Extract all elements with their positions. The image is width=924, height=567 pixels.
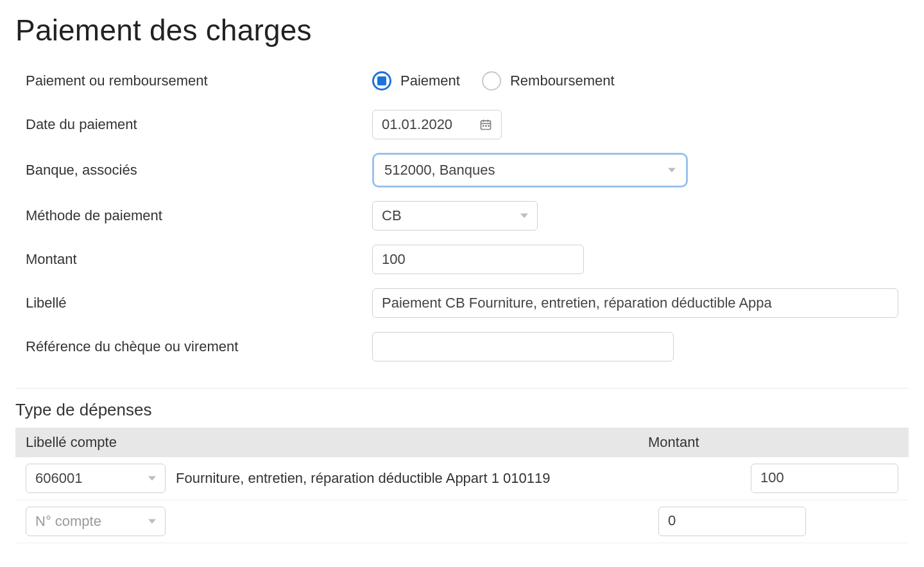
chevron-down-icon bbox=[148, 475, 156, 482]
svg-rect-6 bbox=[488, 125, 490, 127]
row-methode: Méthode de paiement CB bbox=[26, 200, 898, 231]
date-input[interactable]: 01.01.2020 bbox=[372, 110, 502, 139]
row-date: Date du paiement 01.01.2020 bbox=[26, 109, 898, 140]
row-libelle: Libellé Paiement CB Fourniture, entretie… bbox=[26, 288, 898, 318]
chevron-down-icon bbox=[520, 212, 528, 220]
select-banque[interactable]: 512000, Banques bbox=[372, 153, 688, 188]
row-banque: Banque, associés 512000, Banques bbox=[26, 153, 898, 188]
radio-option-remboursement[interactable]: Remboursement bbox=[482, 71, 615, 91]
montant-value: 100 bbox=[382, 251, 406, 268]
row-montant-value: 0 bbox=[668, 512, 676, 528]
date-value: 01.01.2020 bbox=[382, 116, 452, 133]
col-header-montant: Montant bbox=[648, 434, 898, 451]
radio-label-remboursement: Remboursement bbox=[510, 73, 615, 89]
radio-label-paiement: Paiement bbox=[400, 73, 460, 89]
radio-icon-selected bbox=[372, 71, 391, 91]
svg-rect-4 bbox=[483, 125, 484, 127]
reference-input[interactable] bbox=[372, 332, 674, 362]
select-account[interactable]: 606001 bbox=[26, 464, 166, 493]
divider bbox=[15, 388, 909, 388]
row-description: Fourniture, entretien, réparation déduct… bbox=[176, 470, 740, 487]
row-montant-input[interactable]: 0 bbox=[658, 507, 806, 536]
page-title: Paiement des charges bbox=[15, 13, 909, 48]
label-montant: Montant bbox=[26, 251, 372, 268]
expenses-heading: Type de dépenses bbox=[15, 400, 909, 420]
label-banque: Banque, associés bbox=[26, 162, 372, 179]
calendar-icon bbox=[479, 118, 492, 131]
radio-icon-unselected bbox=[482, 71, 501, 91]
row-separator bbox=[15, 543, 909, 543]
libelle-input[interactable]: Paiement CB Fourniture, entretien, répar… bbox=[372, 288, 898, 318]
select-methode-value: CB bbox=[382, 207, 402, 224]
svg-rect-5 bbox=[485, 125, 487, 127]
table-row: 606001 Fourniture, entretien, réparation… bbox=[15, 457, 909, 500]
label-reference: Référence du chèque ou virement bbox=[26, 338, 372, 355]
chevron-down-icon bbox=[668, 166, 676, 174]
payment-form: Paiement ou remboursement Paiement Rembo… bbox=[15, 65, 909, 385]
label-payment-type: Paiement ou remboursement bbox=[26, 73, 372, 89]
col-header-libelle: Libellé compte bbox=[26, 434, 648, 451]
select-account[interactable]: N° compte bbox=[26, 507, 166, 536]
label-libelle: Libellé bbox=[26, 295, 372, 311]
radio-group-payment-type: Paiement Remboursement bbox=[372, 71, 633, 91]
radio-option-paiement[interactable]: Paiement bbox=[372, 71, 460, 91]
select-account-value: 606001 bbox=[35, 470, 82, 487]
label-methode: Méthode de paiement bbox=[26, 207, 372, 224]
label-date: Date du paiement bbox=[26, 116, 372, 133]
montant-input[interactable]: 100 bbox=[372, 245, 584, 274]
table-row: N° compte 0 bbox=[15, 500, 909, 543]
select-banque-value: 512000, Banques bbox=[384, 162, 495, 179]
row-montant-input[interactable]: 100 bbox=[751, 464, 898, 493]
row-reference: Référence du chèque ou virement bbox=[26, 331, 898, 362]
row-montant: Montant 100 bbox=[26, 244, 898, 275]
row-montant-value: 100 bbox=[760, 469, 784, 485]
row-payment-type: Paiement ou remboursement Paiement Rembo… bbox=[26, 65, 898, 96]
select-methode[interactable]: CB bbox=[372, 201, 538, 231]
select-account-placeholder: N° compte bbox=[35, 513, 101, 530]
libelle-value: Paiement CB Fourniture, entretien, répar… bbox=[382, 295, 772, 311]
expenses-table-header: Libellé compte Montant bbox=[15, 428, 909, 457]
chevron-down-icon bbox=[148, 518, 156, 525]
